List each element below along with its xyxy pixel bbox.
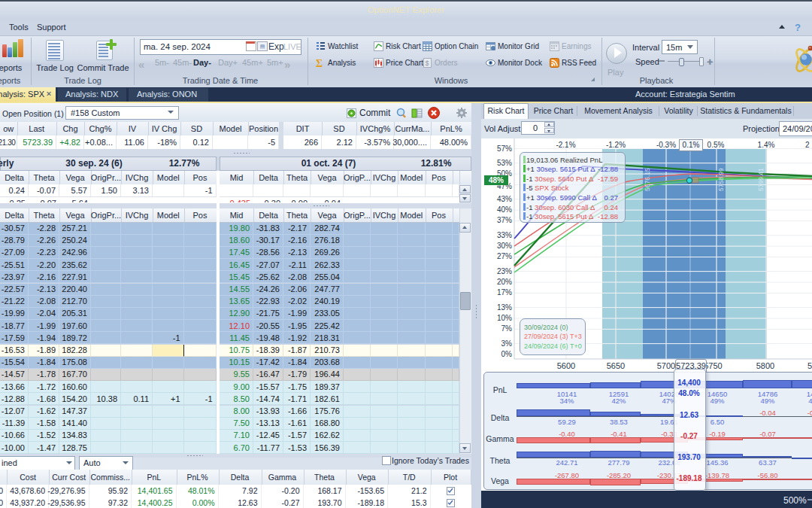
svg-text:Σ: Σ [316,58,323,68]
svg-text:$: $ [426,59,429,67]
